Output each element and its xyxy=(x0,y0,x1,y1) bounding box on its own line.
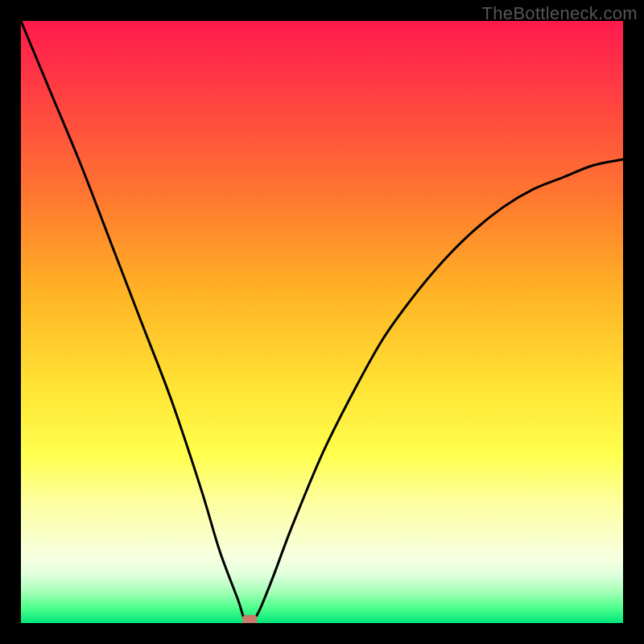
bottleneck-curve xyxy=(21,21,623,623)
watermark-text: TheBottleneck.com xyxy=(482,3,638,24)
plot-area xyxy=(21,21,623,623)
optimal-marker xyxy=(242,615,257,623)
chart-frame: TheBottleneck.com xyxy=(0,0,644,644)
